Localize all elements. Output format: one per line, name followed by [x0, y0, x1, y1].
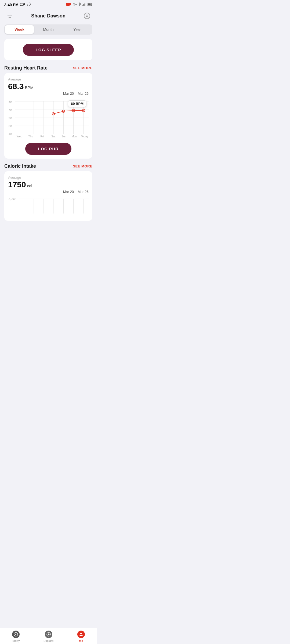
svg-text:Thu: Thu — [28, 135, 33, 138]
rhr-avg-unit: BPM — [25, 85, 34, 90]
settings-icon[interactable] — [82, 11, 92, 21]
log-sleep-card: LOG SLEEP — [4, 39, 92, 60]
tab-month[interactable]: Month — [34, 25, 63, 34]
svg-rect-8 — [76, 5, 77, 5]
signal-icon — [82, 2, 86, 7]
rhr-log-btn-container: LOG RHR — [8, 143, 89, 155]
rhr-chart-area: 69 BPM 80 70 60 50 40 — [8, 98, 89, 139]
svg-rect-12 — [85, 3, 85, 6]
caloric-chart-area: 3,000 — [8, 196, 89, 217]
rhr-date-range: Mar 20 – Mar 26 — [8, 92, 89, 96]
svg-text:Today: Today — [81, 135, 88, 138]
svg-rect-16 — [92, 4, 92, 5]
svg-rect-10 — [83, 4, 84, 6]
svg-text:Mon: Mon — [72, 135, 77, 138]
svg-text:40: 40 — [9, 133, 12, 136]
svg-text:3,000: 3,000 — [9, 197, 16, 200]
caloric-chart-card: Average 1750 cal Mar 20 – Mar 26 3,000 — [4, 171, 92, 221]
status-bar: 3:40 PM — [0, 0, 97, 8]
svg-rect-15 — [88, 3, 91, 5]
svg-text:Fri: Fri — [41, 135, 44, 138]
caloric-see-more[interactable]: SEE MORE — [73, 164, 92, 168]
caloric-avg-value: 1750 — [8, 180, 26, 189]
caloric-section-header: Caloric Intake SEE MORE — [4, 163, 92, 169]
svg-rect-11 — [84, 3, 85, 6]
svg-rect-9 — [82, 5, 83, 6]
svg-text:50: 50 — [9, 125, 12, 127]
header: Shane Dawson — [0, 8, 97, 24]
caloric-avg-label: Average — [8, 175, 89, 180]
svg-text:Wed: Wed — [17, 135, 22, 138]
bluetooth-icon — [78, 2, 81, 7]
filter-icon[interactable] — [5, 11, 15, 21]
svg-rect-0 — [20, 3, 23, 6]
svg-rect-13 — [86, 2, 86, 6]
rhr-avg-label: Average — [8, 77, 89, 81]
log-sleep-button[interactable]: LOG SLEEP — [23, 44, 74, 56]
rhr-chart-svg: 80 70 60 50 40 — [8, 98, 89, 138]
rotate-icon — [27, 2, 31, 7]
camera-icon — [20, 3, 25, 7]
rhr-section-header: Resting Heart Rate SEE MORE — [4, 65, 92, 71]
key-icon — [73, 2, 77, 7]
status-left: 3:40 PM — [4, 2, 31, 7]
svg-text:Sun: Sun — [61, 135, 67, 138]
svg-rect-7 — [75, 4, 77, 5]
page-title: Shane Dawson — [31, 13, 66, 19]
svg-marker-2 — [27, 4, 28, 5]
record-icon — [66, 2, 71, 7]
status-time: 3:40 PM — [4, 3, 19, 7]
log-rhr-button[interactable]: LOG RHR — [25, 143, 71, 155]
battery-icon — [88, 3, 92, 7]
svg-text:80: 80 — [9, 100, 12, 103]
caloric-avg-unit: cal — [27, 184, 32, 188]
svg-text:60: 60 — [9, 116, 12, 119]
svg-text:Sat: Sat — [51, 135, 56, 138]
rhr-section-title: Resting Heart Rate — [4, 65, 48, 71]
caloric-chart-svg: 3,000 — [8, 196, 89, 216]
caloric-date-range: Mar 20 – Mar 26 — [8, 190, 89, 194]
tab-year[interactable]: Year — [63, 25, 92, 34]
rhr-avg-value: 68.3 — [8, 82, 24, 91]
caloric-section-title: Caloric Intake — [4, 163, 36, 169]
svg-rect-3 — [66, 3, 70, 6]
svg-marker-4 — [70, 3, 71, 6]
status-right — [66, 2, 92, 7]
period-tabs: Week Month Year — [4, 24, 92, 35]
svg-point-21 — [86, 15, 88, 17]
rhr-chart-card: Average 68.3 BPM Mar 20 – Mar 26 69 BPM … — [4, 73, 92, 159]
rhr-see-more[interactable]: SEE MORE — [73, 66, 92, 70]
svg-text:70: 70 — [9, 108, 12, 111]
tab-week[interactable]: Week — [5, 25, 34, 34]
svg-point-6 — [74, 4, 75, 5]
